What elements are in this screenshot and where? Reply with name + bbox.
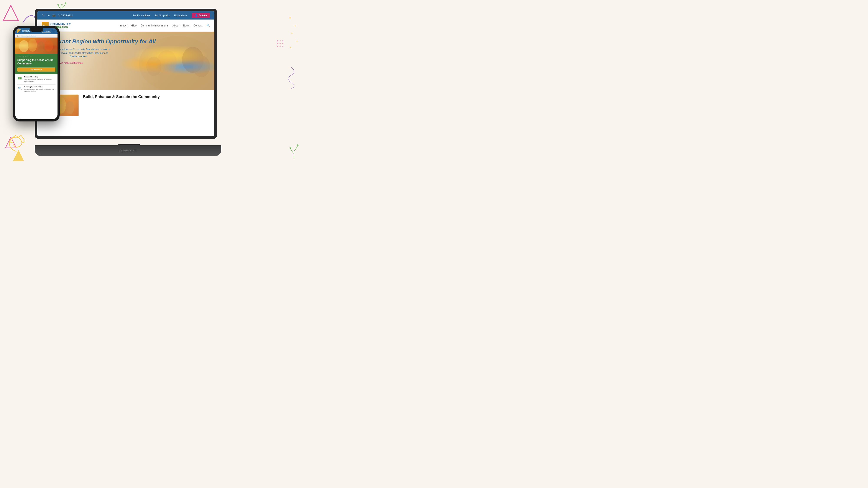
section-content: Build, Enhance & Sustain the Community — [83, 95, 160, 100]
deco-branch-right — [289, 140, 300, 160]
deco-triangle-pink — [2, 4, 20, 22]
instagram-icon[interactable]: 📷 — [52, 14, 56, 17]
site-top-bar: 𝕏 in 📷 315.735.8212 For Fundholders For … — [37, 11, 214, 20]
deco-squiggle-right — [287, 65, 303, 89]
site-nav: C COMMUNITY FOUNDATION Impact Give Commu… — [37, 20, 214, 32]
svg-point-20 — [277, 46, 278, 47]
nav-contact[interactable]: Contact — [193, 24, 203, 27]
svg-point-5 — [61, 4, 63, 5]
site-hero: A Vibrant Region with Opportunity for Al… — [37, 32, 214, 90]
site-section: Build, Enhance & Sustain the Community — [37, 90, 214, 121]
deco-stars-right: ✦ ✦ ✦ ✦ ✦ — [286, 13, 302, 52]
svg-point-13 — [297, 144, 299, 146]
phone: COMMUNITY FOUNDATION 👤 Donate ☰ 🏠 — [13, 26, 60, 122]
svg-point-33 — [65, 101, 74, 114]
section-title: Build, Enhance & Sustain the Community — [83, 95, 160, 99]
nav-links: Impact Give Community Investments About … — [120, 24, 210, 27]
twitter-icon[interactable]: 𝕏 — [42, 14, 45, 17]
svg-point-12 — [289, 147, 291, 149]
funding-text: Types of Funding Learn more about the ty… — [24, 76, 55, 82]
svg-point-15 — [279, 40, 281, 41]
deco-triangle-pink-small — [4, 136, 18, 149]
phone-green-section: Community Investments Supporting the Nee… — [15, 54, 58, 74]
donate-icon: 👤 — [195, 14, 198, 17]
funding-icon: 💵 — [18, 76, 22, 81]
deco-triangle-yellow — [12, 149, 25, 162]
phone-breadcrumb: 🏠 / Community Investments — [15, 34, 58, 37]
svg-text:✦: ✦ — [290, 31, 293, 35]
svg-point-34 — [19, 40, 29, 52]
phone-number: 315.735.8212 — [58, 14, 73, 17]
phone-hero-image — [15, 37, 58, 54]
search-icon[interactable]: 🔍 — [206, 24, 210, 27]
laptop-screen-content: 𝕏 in 📷 315.735.8212 For Fundholders For … — [37, 11, 214, 136]
deco-handshake — [9, 132, 26, 145]
breadcrumb-home-icon[interactable]: 🏠 — [17, 35, 19, 37]
laptop-base: MacBook Pro — [35, 145, 221, 156]
svg-point-14 — [277, 40, 278, 41]
nav-community-investments[interactable]: Community Investments — [141, 24, 168, 27]
svg-marker-6 — [13, 150, 24, 161]
phone-content-section: 💵 Types of Funding Learn more about the … — [15, 74, 58, 96]
laptop-screen: 𝕏 in 📷 315.735.8212 For Fundholders For … — [35, 9, 217, 139]
top-donate-button[interactable]: 👤 Donate — [192, 13, 210, 18]
phone-logo: COMMUNITY FOUNDATION — [18, 29, 31, 33]
svg-point-22 — [282, 46, 283, 47]
phone-partner-button[interactable]: Partner With Us — [18, 67, 55, 72]
phone-notch — [30, 28, 43, 32]
nav-about[interactable]: About — [172, 24, 179, 27]
breadcrumb-separator: / — [19, 35, 20, 37]
phone-content-item-opportunities: 🔍 Funding Opportunities Submit an inquir… — [18, 86, 55, 92]
linkedin-icon[interactable]: in — [47, 14, 50, 17]
svg-marker-0 — [3, 5, 19, 21]
for-nonprofits-link[interactable]: For Nonprofits — [155, 14, 170, 17]
opportunities-icon: 🔍 — [18, 86, 22, 91]
breadcrumb-page: Community Investments — [21, 35, 36, 37]
svg-point-3 — [57, 4, 59, 6]
svg-point-36 — [37, 41, 45, 52]
phone-content-item-funding: 💵 Types of Funding Learn more about the … — [18, 76, 55, 82]
opportunities-title: Funding Opportunities — [24, 86, 55, 88]
svg-text:✦: ✦ — [294, 25, 296, 28]
deco-spiral-yellow — [6, 134, 26, 153]
svg-text:✦: ✦ — [296, 40, 298, 42]
phone-screen: COMMUNITY FOUNDATION 👤 Donate ☰ 🏠 — [15, 28, 58, 119]
opportunities-text: Funding Opportunities Submit an inquiry … — [24, 86, 55, 92]
for-advisors-link[interactable]: For Advisors — [174, 14, 187, 17]
svg-point-19 — [282, 43, 283, 44]
top-bar-right: For Fundholders For Nonprofits For Advis… — [133, 13, 210, 18]
deco-dots — [276, 39, 286, 50]
laptop: 𝕏 in 📷 315.735.8212 For Fundholders For … — [35, 9, 223, 156]
phone-donate-icon: 👤 — [43, 31, 45, 32]
nav-impact[interactable]: Impact — [120, 24, 127, 27]
svg-point-37 — [44, 40, 53, 52]
svg-text:✦: ✦ — [289, 46, 292, 49]
laptop-model: MacBook Pro — [119, 149, 137, 152]
phone-logo-icon — [18, 29, 21, 33]
phone-donate-button[interactable]: 👤 Donate — [42, 30, 51, 33]
opportunities-description: Submit an inquiry to see how we can help… — [24, 89, 55, 92]
social-icons: 𝕏 in 📷 — [42, 14, 56, 17]
hero-cta-link[interactable]: ▶ See how we make a difference — [46, 61, 206, 64]
hamburger-icon[interactable]: ☰ — [53, 30, 55, 33]
nav-give[interactable]: Give — [131, 24, 137, 27]
svg-marker-1 — [5, 137, 16, 148]
phone-nav-right: 👤 Donate ☰ — [42, 30, 55, 33]
hero-title: A Vibrant Region with Opportunity for Al… — [46, 38, 206, 45]
svg-point-17 — [277, 43, 278, 44]
svg-point-16 — [282, 40, 283, 41]
svg-point-21 — [279, 46, 281, 47]
svg-point-18 — [279, 43, 281, 44]
svg-point-4 — [65, 2, 66, 4]
logo-name-top: COMMUNITY — [50, 23, 71, 26]
funding-title: Types of Funding — [24, 76, 55, 78]
phone-frame: COMMUNITY FOUNDATION 👤 Donate ☰ 🏠 — [13, 26, 60, 122]
top-bar-left: 𝕏 in 📷 315.735.8212 — [42, 14, 73, 17]
hero-content: A Vibrant Region with Opportunity for Al… — [37, 32, 214, 71]
svg-point-35 — [28, 39, 37, 52]
phone-logo-text: COMMUNITY FOUNDATION — [22, 30, 31, 33]
for-fundholders-link[interactable]: For Fundholders — [133, 14, 150, 17]
funding-description: Learn more about the type of support ava… — [24, 78, 55, 82]
phone-hero-title: Supporting the Needs of Our Community — [18, 59, 55, 65]
nav-news[interactable]: News — [183, 24, 190, 27]
